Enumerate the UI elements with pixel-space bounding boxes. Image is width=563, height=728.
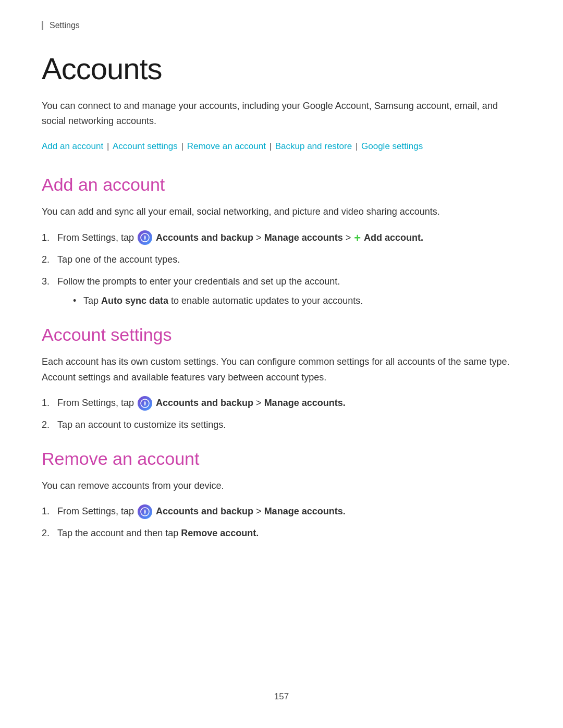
add-account-steps: 1. From Settings, tap Accounts and backu…	[42, 230, 521, 309]
section-title-settings: Account settings	[42, 325, 521, 345]
add-bullet-1: Tap Auto sync data to enable automatic u…	[73, 293, 521, 309]
remove-step-2-text: Tap the account and then tap Remove acco…	[57, 528, 259, 538]
nav-link-google[interactable]: Google settings	[361, 141, 423, 151]
settings-step-2: 2. Tap an account to customize its setti…	[42, 417, 521, 433]
page-footer: 157	[0, 692, 563, 702]
settings-step-1-text: From Settings, tap Accounts and backup >…	[57, 398, 346, 408]
breadcrumb: Settings	[42, 21, 521, 30]
remove-step-1: 1. From Settings, tap Accounts and backu…	[42, 504, 521, 520]
add-step-1-text: From Settings, tap Accounts and backup >…	[57, 232, 423, 243]
nav-links: Add an account | Account settings | Remo…	[42, 139, 521, 154]
section-intro-remove: You can remove accounts from your device…	[42, 478, 521, 494]
add-step-2-text: Tap one of the account types.	[57, 254, 180, 265]
plus-add-icon: +	[354, 232, 361, 244]
nav-link-add-account[interactable]: Add an account	[42, 141, 103, 151]
section-intro-add: You can add and sync all your email, soc…	[42, 204, 521, 220]
section-intro-settings: Each account has its own custom settings…	[42, 354, 521, 385]
page-container: Settings Accounts You can connect to and…	[0, 0, 563, 728]
accounts-backup-icon	[138, 230, 152, 245]
nav-link-remove-account[interactable]: Remove an account	[187, 141, 266, 151]
remove-step-2: 2. Tap the account and then tap Remove a…	[42, 526, 521, 541]
settings-step-2-text: Tap an account to customize its settings…	[57, 419, 226, 430]
intro-text: You can connect to and manage your accou…	[42, 98, 521, 129]
section-account-settings: Account settings Each account has its ow…	[42, 325, 521, 433]
breadcrumb-text: Settings	[50, 21, 80, 30]
remove-step-1-text: From Settings, tap Accounts and backup >…	[57, 506, 346, 516]
section-title-add: Add an account	[42, 175, 521, 195]
accounts-backup-icon-2	[138, 396, 152, 411]
add-sub-list: Tap Auto sync data to enable automatic u…	[73, 293, 521, 309]
add-step-3-text: Follow the prompts to enter your credent…	[57, 276, 340, 287]
settings-step-1: 1. From Settings, tap Accounts and backu…	[42, 396, 521, 411]
add-step-2: 2. Tap one of the account types.	[42, 252, 521, 268]
nav-link-backup[interactable]: Backup and restore	[275, 141, 352, 151]
accounts-backup-icon-3	[138, 504, 152, 519]
account-settings-steps: 1. From Settings, tap Accounts and backu…	[42, 396, 521, 433]
section-title-remove: Remove an account	[42, 449, 521, 469]
nav-link-account-settings[interactable]: Account settings	[113, 141, 178, 151]
section-remove-account: Remove an account You can remove account…	[42, 449, 521, 541]
remove-account-steps: 1. From Settings, tap Accounts and backu…	[42, 504, 521, 541]
section-add-account: Add an account You can add and sync all …	[42, 175, 521, 309]
page-number: 157	[274, 692, 289, 701]
add-step-3: 3. Follow the prompts to enter your cred…	[42, 274, 521, 309]
add-step-1: 1. From Settings, tap Accounts and backu…	[42, 230, 521, 246]
page-title: Accounts	[42, 51, 521, 86]
